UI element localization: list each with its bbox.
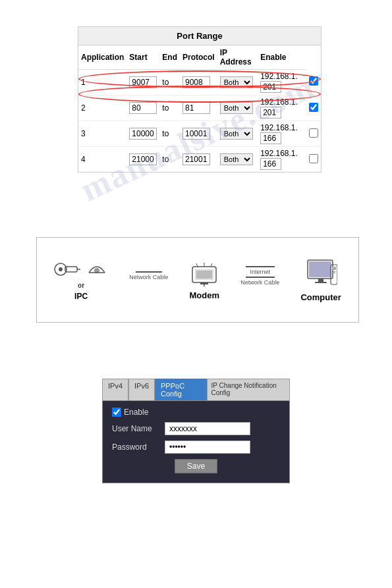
- username-row: User Name: [112, 422, 280, 435]
- app-input[interactable]: [81, 155, 99, 164]
- computer-label: Computer: [300, 292, 341, 302]
- cell-app: [78, 70, 126, 95]
- start-input[interactable]: [129, 153, 157, 165]
- cable-internet: Internet Network Cable: [240, 262, 279, 286]
- save-button[interactable]: Save: [175, 459, 217, 473]
- col-start: Start: [126, 45, 159, 70]
- protocol-select[interactable]: BothTCPUDP: [220, 102, 253, 114]
- table-row: toBothTCPUDP192.168.1.: [78, 147, 321, 173]
- modem-item: Modem: [190, 260, 220, 300]
- enable-checkbox[interactable]: [309, 154, 318, 163]
- app-input[interactable]: [81, 103, 99, 113]
- or-label: or: [78, 282, 84, 289]
- port-range-box: Port Range Application Start End Protoco…: [78, 26, 322, 173]
- computer-item: Computer: [300, 258, 341, 302]
- network-cable-label-1: Network Cable: [129, 274, 168, 281]
- cell-end: [180, 147, 217, 173]
- enable-checkbox[interactable]: [309, 128, 318, 138]
- col-end: End: [159, 45, 180, 70]
- network-cable-label-2: Network Cable: [240, 279, 279, 286]
- svg-rect-16: [318, 279, 323, 282]
- svg-point-5: [94, 268, 99, 273]
- protocol-select[interactable]: BothTCPUDP: [220, 76, 253, 88]
- cell-protocol: BothTCPUDP: [217, 70, 258, 95]
- app-input[interactable]: [81, 129, 99, 138]
- password-label: Password: [112, 442, 165, 452]
- protocol-select[interactable]: BothTCPUDP: [220, 153, 253, 165]
- end-input[interactable]: [182, 102, 210, 114]
- start-input[interactable]: [129, 128, 157, 140]
- ipc-label: IPC: [74, 292, 88, 301]
- cell-protocol: BothTCPUDP: [217, 121, 258, 147]
- enable-row: Enable: [112, 408, 280, 417]
- ip-prefix: 192.168.1.: [260, 123, 298, 132]
- cell-enable: [306, 70, 321, 95]
- svg-rect-12: [200, 282, 208, 284]
- port-range-table: Application Start End Protocol IP Addres…: [78, 45, 321, 172]
- start-input[interactable]: [129, 102, 157, 114]
- pppoe-section: IPv4 IPv6 PPPoC Config IP Change Notific…: [102, 379, 290, 483]
- svg-rect-20: [333, 271, 335, 272]
- cell-ip: 192.168.1.: [258, 121, 306, 147]
- modem-icon: [190, 260, 219, 290]
- cell-to: to: [159, 95, 180, 121]
- tab-ipv4[interactable]: IPv4: [102, 379, 128, 400]
- start-input[interactable]: [129, 76, 157, 88]
- end-input[interactable]: [182, 76, 210, 88]
- tab-ipv6[interactable]: IPv6: [128, 379, 155, 400]
- tab-pppoe[interactable]: PPPoC Config: [155, 379, 207, 400]
- cell-start: [126, 70, 159, 95]
- internet-label: Internet: [250, 269, 270, 275]
- col-application: Application: [78, 45, 126, 70]
- cell-end: [180, 70, 217, 95]
- network-diagram: or IPC Network Cable Modem Internet Net: [36, 237, 359, 323]
- pppoe-body: Enable User Name Password Save: [102, 400, 290, 483]
- cell-end: [180, 121, 217, 147]
- ip-last-input[interactable]: [260, 107, 281, 119]
- end-input[interactable]: [182, 128, 210, 140]
- table-row: toBothTCPUDP192.168.1.: [78, 121, 321, 147]
- ip-last-input[interactable]: [260, 132, 281, 144]
- password-input[interactable]: [165, 441, 250, 454]
- cell-start: [126, 95, 159, 121]
- computer-icon: [304, 258, 337, 292]
- svg-rect-17: [315, 282, 327, 283]
- cell-enable: [306, 95, 321, 121]
- ip-last-input[interactable]: [260, 81, 281, 93]
- cell-app: [78, 121, 126, 147]
- modem-label: Modem: [190, 290, 220, 300]
- table-row: toBothTCPUDP192.168.1.: [78, 95, 321, 121]
- col-enable: Enable: [258, 45, 306, 70]
- ip-prefix: 192.168.1.: [260, 72, 298, 81]
- cell-protocol: BothTCPUDP: [217, 147, 258, 173]
- ip-last-input[interactable]: [260, 158, 281, 170]
- enable-checkbox[interactable]: [309, 103, 318, 112]
- protocol-select[interactable]: BothTCPUDP: [220, 128, 253, 140]
- col-protocol: Protocol: [180, 45, 217, 70]
- enable-checkbox[interactable]: [112, 408, 121, 417]
- username-input[interactable]: [165, 422, 250, 435]
- svg-rect-21: [333, 273, 335, 273]
- svg-rect-8: [196, 271, 212, 279]
- cell-protocol: BothTCPUDP: [217, 95, 258, 121]
- app-input[interactable]: [81, 78, 99, 87]
- table-row: toBothTCPUDP192.168.1.: [78, 70, 321, 95]
- cell-app: [78, 147, 126, 173]
- port-range-title: Port Range: [78, 27, 321, 45]
- cell-ip: 192.168.1.: [258, 147, 306, 173]
- ip-prefix: 192.168.1.: [260, 97, 298, 107]
- port-range-section: Port Range Application Start End Protoco…: [78, 26, 322, 173]
- cell-end: [180, 95, 217, 121]
- cell-enable: [306, 121, 321, 147]
- cell-start: [126, 147, 159, 173]
- enable-label: Enable: [124, 408, 148, 417]
- enable-checkbox[interactable]: [309, 76, 318, 86]
- cell-enable: [306, 147, 321, 173]
- tab-ip-change[interactable]: IP Change Notification Config: [207, 379, 290, 400]
- bullet-camera-icon: [54, 259, 83, 281]
- svg-rect-15: [309, 261, 331, 277]
- ip-prefix: 192.168.1.: [260, 149, 298, 158]
- end-input[interactable]: [182, 153, 210, 165]
- cell-ip: 192.168.1.: [258, 70, 306, 95]
- password-row: Password: [112, 441, 280, 454]
